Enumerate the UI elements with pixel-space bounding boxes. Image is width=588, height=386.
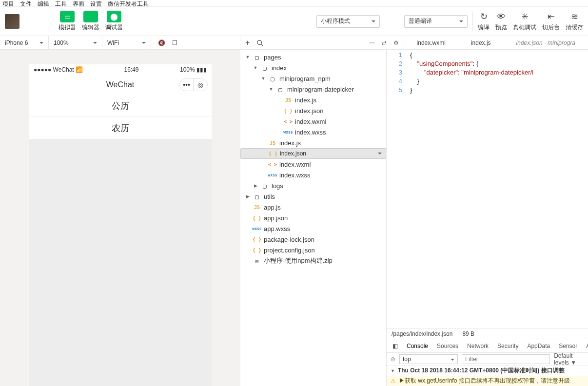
console-log-row[interactable]: ▼ Thu Oct 18 2018 16:44:12 GMT+0800 (中国标… [387,366,588,376]
wxml-icon: < > [283,119,293,124]
mute-icon[interactable]: 🔇 [158,39,165,46]
devtools-tab-sources[interactable]: Sources [437,343,458,349]
预览-button[interactable]: 👁预览 [495,11,507,32]
tab-index.wxml[interactable]: index.wxml [404,36,458,50]
capsule-menu-icon[interactable]: ••• [180,79,194,91]
tree-index.wxss[interactable]: wxssindex.wxss [240,170,386,180]
add-file-icon[interactable]: + [245,39,250,47]
tree-index.js[interactable]: JSindex.js [240,137,386,148]
zoom-select[interactable]: 100% [49,36,102,49]
settings-sliders-icon[interactable]: ⚙ [393,39,399,46]
carrier-label: ●●●●● WeChat 📶 [34,66,83,73]
more-icon[interactable]: ⋯ [369,39,375,46]
menu-微信开发者工具[interactable]: 微信开发者工具 [108,0,149,6]
menu-界面[interactable]: 界面 [73,0,84,6]
log-levels-select[interactable]: Default levels ▼ [554,352,584,366]
js-icon: JS [283,97,293,103]
tree-index.json[interactable]: { }index.json [240,105,386,116]
device-select[interactable]: iPhone 6 [0,36,49,49]
wifi-icon: 📶 [76,66,83,73]
模拟器-button[interactable]: ▭模拟器 [59,11,76,32]
devtools-tab-appdata[interactable]: AppData [527,343,550,349]
tree-index.wxml[interactable]: < >index.wxml [240,159,386,170]
tree-utils[interactable]: ▶▢utils [240,191,386,202]
tree-app.wxss[interactable]: wxssapp.wxss [240,223,386,234]
wxss-icon: wxss [252,227,262,231]
chevron-icon: ▼ [245,55,250,59]
tree-miniprogram-datepicker[interactable]: ▼▢miniprogram-datepicker [240,84,386,95]
menu-项目[interactable]: 项目 [2,0,14,6]
tree-miniprogram_npm[interactable]: ▼▢miniprogram_npm [240,73,386,84]
menu-文件[interactable]: 文件 [20,0,32,6]
tree-package-lock.json[interactable]: { }package-lock.json [240,234,386,245]
devtools-tab-network[interactable]: Network [467,343,489,349]
tree-index.json[interactable]: { }index.json [240,148,386,159]
expand-icon[interactable]: ▼ [391,368,395,373]
user-avatar[interactable] [5,14,20,29]
picker-农历[interactable]: 农历 [29,117,212,139]
清缓存-button[interactable]: ≋清缓存 [566,11,583,32]
编辑器-button[interactable]: 编辑器 [82,11,99,32]
context-select[interactable]: top [399,354,458,364]
capsule-buttons[interactable]: ••• ◎ [179,78,208,91]
tree-index.wxss[interactable]: wxssindex.wxss [240,127,386,137]
menu-编辑[interactable]: 编辑 [38,0,49,6]
chevron-icon: ▶ [253,183,258,188]
tree-小程序-使用npm构建.zip[interactable]: ▤小程序-使用npm构建.zip [240,255,386,266]
编译-button[interactable]: ↻编译 [478,11,490,32]
menu-设置[interactable]: 设置 [90,0,102,6]
devtools-tab-sensor[interactable]: Sensor [559,343,577,349]
device-bar: iPhone 6 100% WiFi 🔇 ❐ + ⋯ ⇄ ⚙ index.wxm… [0,36,588,50]
picker-公历[interactable]: 公历 [29,95,212,117]
tree-index.js[interactable]: JSindex.js [240,95,386,105]
capsule-close-icon[interactable]: ◎ [194,79,207,91]
folder-icon: ▢ [268,75,277,82]
json-icon: { } [252,215,262,221]
调试器-button[interactable]: ⬤调试器 [105,11,123,32]
folder-icon: ▢ [260,182,270,190]
mode-select[interactable]: 小程序模式 [316,15,380,28]
tree-app.json[interactable]: { }app.json [240,212,386,223]
真机调试-button[interactable]: ✳真机调试 [513,11,536,32]
clear-console-icon[interactable]: ⊘ [391,356,395,363]
tree-logs[interactable]: ▶▢logs [240,180,386,191]
phone-time: 16:49 [83,66,180,73]
js-icon: JS [252,205,262,210]
zip-icon: ▤ [252,258,262,264]
wxss-icon: wxss [268,173,277,177]
svg-line-1 [261,44,263,46]
切后台-button[interactable]: ⇤切后台 [542,11,560,32]
wxml-icon: < > [268,162,277,167]
network-select[interactable]: WiFi [102,36,151,49]
split-icon[interactable]: ⇄ [382,39,387,46]
eye-icon: 👁 [495,11,507,22]
nav-title: WeChat [106,80,135,89]
chevron-icon: ▼ [269,87,274,92]
refresh-icon: ↻ [478,11,490,22]
compile-select[interactable]: 普通编译 [404,15,468,28]
console-warn-row[interactable]: ⚠ ▶获取 wx.getUserInfo 接口后续将不再出现授权弹窗，请注意升级 [387,376,588,386]
back-icon: ⇤ [545,11,557,22]
code-icon [83,11,98,22]
main-menubar: 项目文件编辑工具界面设置微信开发者工具 [0,0,588,7]
menu-工具[interactable]: 工具 [55,0,67,6]
stack-icon: ≋ [568,11,580,22]
devtools-tab-security[interactable]: Security [497,343,518,349]
devtools-tab-console[interactable]: Console [407,343,428,349]
copy-icon[interactable]: ❐ [172,39,177,46]
main-toolbar: ▭模拟器编辑器⬤调试器 小程序模式 普通编译 ↻编译👁预览✳真机调试⇤切后台≋清… [0,7,588,36]
tab-index.json - miniprogra[interactable]: index.json - miniprogra [504,36,588,50]
tab-index.js[interactable]: index.js [458,36,504,50]
devtools-toggle-icon[interactable]: ◧ [392,343,398,349]
tree-app.js[interactable]: JSapp.js [240,202,386,212]
search-icon[interactable] [256,39,263,46]
wxss-icon: wxss [283,130,293,135]
json-icon: { } [252,237,262,242]
code-editor[interactable]: 12345 { "usingComponents": { "datepicker… [387,50,588,328]
tree-project.config.json[interactable]: { }project.config.json [240,245,386,255]
tree-index.wxml[interactable]: < >index.wxml [240,116,386,127]
tree-index[interactable]: ▼▢index [240,62,386,73]
devtools-tab-audits[interactable]: Audits [586,343,588,349]
console-filter-input[interactable] [462,354,550,364]
tree-pages[interactable]: ▼▢pages [240,52,386,62]
